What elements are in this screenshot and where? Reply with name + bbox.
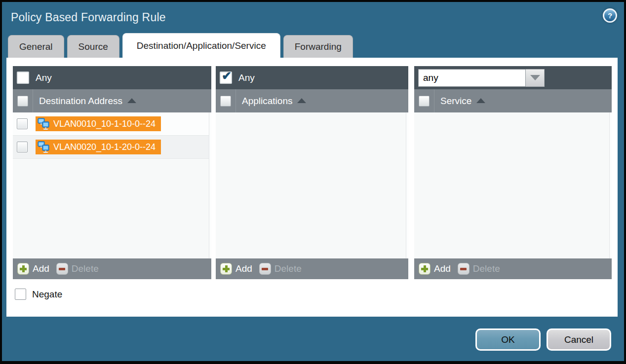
address-object-chip[interactable]: VLAN0020_10-1-20-0--24 bbox=[36, 140, 161, 154]
destination-any-checkbox[interactable] bbox=[17, 72, 29, 84]
minus-icon bbox=[458, 263, 470, 275]
delete-button[interactable]: Delete bbox=[458, 263, 500, 275]
tab-source[interactable]: Source bbox=[67, 35, 119, 58]
service-column-header: Service bbox=[414, 89, 612, 112]
service-toolbar: Add Delete bbox=[414, 258, 612, 279]
applications-column-header: Applications bbox=[216, 89, 408, 112]
service-dropdown: any bbox=[418, 69, 545, 87]
tab-content-panel: Any Destination Address bbox=[6, 58, 618, 317]
scrollbar-track[interactable] bbox=[406, 112, 408, 258]
delete-button[interactable]: Delete bbox=[56, 263, 99, 275]
address-object-label: VLAN0010_10-1-10-0--24 bbox=[53, 119, 156, 129]
service-list bbox=[414, 112, 612, 258]
dropdown-button[interactable] bbox=[526, 69, 545, 87]
sort-ascending-icon[interactable] bbox=[127, 98, 136, 103]
question-glyph: ? bbox=[608, 11, 612, 20]
add-button[interactable]: Add bbox=[419, 263, 451, 275]
destination-toolbar: Add Delete bbox=[13, 258, 211, 279]
network-address-icon bbox=[37, 117, 50, 130]
sort-ascending-icon[interactable] bbox=[476, 98, 485, 103]
address-object-label: VLAN0020_10-1-20-0--24 bbox=[53, 142, 156, 152]
dialog-title: Policy Based Forwarding Rule bbox=[11, 11, 166, 24]
add-button[interactable]: Add bbox=[220, 263, 252, 275]
negate-checkbox[interactable] bbox=[15, 289, 26, 300]
destination-any-label: Any bbox=[36, 73, 52, 83]
sort-ascending-icon[interactable] bbox=[297, 98, 306, 103]
applications-any-checkbox[interactable] bbox=[220, 72, 232, 84]
minus-icon bbox=[56, 263, 68, 275]
service-header-label[interactable]: Service bbox=[440, 96, 471, 107]
add-button[interactable]: Add bbox=[17, 263, 49, 275]
tab-forwarding[interactable]: Forwarding bbox=[283, 35, 353, 58]
service-dropdown-bar: any bbox=[414, 66, 612, 89]
tab-bar: General Source Destination/Application/S… bbox=[2, 33, 624, 58]
applications-any-label: Any bbox=[238, 73, 255, 83]
negate-row: Negate bbox=[15, 289, 618, 300]
applications-list bbox=[216, 112, 408, 258]
plus-icon bbox=[419, 263, 430, 275]
destination-column-header: Destination Address bbox=[13, 89, 211, 112]
destination-select-all-checkbox[interactable] bbox=[17, 96, 28, 107]
help-icon[interactable]: ? bbox=[603, 8, 617, 23]
chevron-down-icon bbox=[530, 75, 540, 80]
service-column: any Service bbox=[414, 66, 612, 279]
service-dropdown-value[interactable]: any bbox=[418, 69, 526, 87]
pbf-rule-dialog: Policy Based Forwarding Rule ? General S… bbox=[2, 2, 624, 361]
negate-label: Negate bbox=[32, 289, 62, 300]
applications-toolbar: Add Delete bbox=[216, 258, 408, 279]
network-address-icon bbox=[37, 141, 50, 153]
address-object-chip[interactable]: VLAN0010_10-1-10-0--24 bbox=[36, 116, 161, 131]
applications-header-label[interactable]: Applications bbox=[242, 96, 292, 107]
table-row: VLAN0020_10-1-20-0--24 bbox=[13, 136, 211, 159]
applications-any-bar: Any bbox=[216, 66, 408, 89]
scrollbar-track[interactable] bbox=[209, 112, 211, 258]
destination-address-list: VLAN0010_10-1-10-0--24 bbox=[13, 112, 211, 258]
tab-general[interactable]: General bbox=[8, 35, 64, 58]
minus-icon bbox=[259, 263, 271, 275]
plus-icon bbox=[17, 263, 29, 275]
cancel-button[interactable]: Cancel bbox=[547, 328, 611, 351]
destination-header-label[interactable]: Destination Address bbox=[39, 96, 122, 107]
delete-button[interactable]: Delete bbox=[259, 263, 302, 275]
scrollbar-track[interactable] bbox=[609, 112, 612, 258]
destination-any-bar: Any bbox=[13, 66, 211, 89]
applications-column: Any Applications Add bbox=[216, 66, 408, 279]
row-checkbox[interactable] bbox=[17, 142, 28, 152]
tab-destination-application-service[interactable]: Destination/Application/Service bbox=[122, 33, 280, 58]
applications-select-all-checkbox[interactable] bbox=[220, 96, 231, 107]
row-checkbox[interactable] bbox=[17, 118, 28, 129]
table-row: VLAN0010_10-1-10-0--24 bbox=[13, 112, 211, 136]
service-select-all-checkbox[interactable] bbox=[419, 96, 430, 107]
plus-icon bbox=[220, 263, 232, 275]
destination-address-column: Any Destination Address bbox=[13, 66, 211, 279]
dialog-titlebar: Policy Based Forwarding Rule ? bbox=[2, 2, 624, 33]
selector-columns: Any Destination Address bbox=[6, 58, 618, 279]
ok-button[interactable]: OK bbox=[475, 328, 541, 351]
